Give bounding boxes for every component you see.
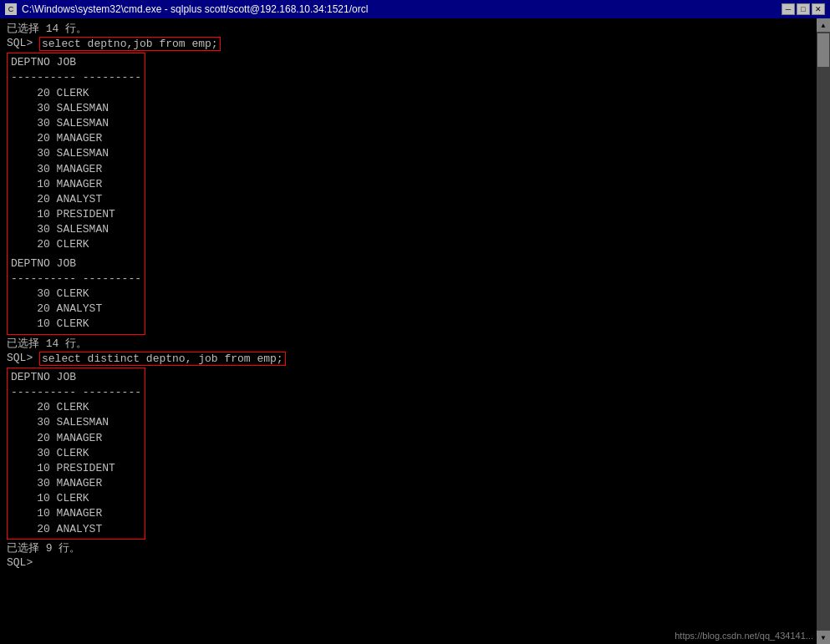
minimize-button[interactable]: ─ xyxy=(782,3,795,15)
scrollbar-thumb[interactable] xyxy=(817,33,829,67)
table-row: 20 MANAGER xyxy=(11,431,141,446)
title-bar-left: C C:\Windows\system32\cmd.exe - sqlplus … xyxy=(5,3,368,15)
title-bar: C C:\Windows\system32\cmd.exe - sqlplus … xyxy=(0,0,830,18)
table-row: 30 SALESMAN xyxy=(11,415,141,430)
table-row: 30 CLERK xyxy=(11,287,141,302)
table-row: 10 MANAGER xyxy=(11,506,141,521)
table-row: 30 SALESMAN xyxy=(11,146,141,161)
result1-header: DEPTNO JOB xyxy=(11,55,141,70)
window: C C:\Windows\system32\cmd.exe - sqlplus … xyxy=(0,0,830,644)
table-row: 10 MANAGER xyxy=(11,177,141,192)
console-area: 已选择 14 行。 SQL> select deptno,job from em… xyxy=(0,18,830,644)
result1-rows2: 30 CLERK 20 ANALYST 10 CLERK xyxy=(11,287,141,332)
cmd-icon: C xyxy=(5,3,17,15)
restore-button[interactable]: □ xyxy=(797,3,810,15)
window-controls: ─ □ ✕ xyxy=(782,3,825,15)
table-row: 30 CLERK xyxy=(11,446,141,461)
table-row: 10 PRESIDENT xyxy=(11,461,141,476)
scroll-up-button[interactable]: ▲ xyxy=(817,18,830,32)
command-1: select deptno,job from emp; xyxy=(39,37,221,51)
selected-rows-1: 已选择 14 行。 xyxy=(7,22,823,37)
result2-rows: 20 CLERK 30 SALESMAN 20 MANAGER 30 CLERK… xyxy=(11,400,141,537)
scrollbar[interactable]: ▲ ▼ xyxy=(817,18,830,644)
table-row: 20 ANALYST xyxy=(11,522,141,537)
prompt-line-2: SQL> select distinct deptno, job from em… xyxy=(7,352,823,366)
result-box-1: DEPTNO JOB ---------- --------- 20 CLERK… xyxy=(7,53,145,334)
result1-header2: DEPTNO JOB xyxy=(11,256,141,271)
result-box-2: DEPTNO JOB ---------- --------- 20 CLERK… xyxy=(7,368,145,540)
command-2: select distinct deptno, job from emp; xyxy=(39,352,286,366)
window-title: C:\Windows\system32\cmd.exe - sqlplus sc… xyxy=(22,3,368,15)
watermark: https://blog.csdn.net/qq_434141... xyxy=(675,631,813,641)
selected-rows-1b: 已选择 14 行。 xyxy=(7,337,823,352)
result1-divider2: ---------- --------- xyxy=(11,271,141,287)
table-row: 20 CLERK xyxy=(11,237,141,252)
result1-divider: ---------- --------- xyxy=(11,70,141,85)
close-button[interactable]: ✕ xyxy=(812,3,825,15)
table-row: 30 SALESMAN xyxy=(11,116,141,131)
table-row: 20 CLERK xyxy=(11,400,141,415)
table-row: 10 PRESIDENT xyxy=(11,207,141,222)
table-row: 20 ANALYST xyxy=(11,302,141,317)
result2-header: DEPTNO JOB xyxy=(11,370,141,385)
prompt-line-3: SQL> xyxy=(7,556,823,569)
result1-rows: 20 CLERK 30 SALESMAN 30 SALESMAN 20 MANA… xyxy=(11,86,141,253)
table-row: 30 MANAGER xyxy=(11,476,141,491)
table-row: 10 CLERK xyxy=(11,491,141,506)
table-row: 20 ANALYST xyxy=(11,192,141,207)
scroll-down-button[interactable]: ▼ xyxy=(817,631,830,644)
prompt-3: SQL> xyxy=(7,556,39,569)
table-row: 10 CLERK xyxy=(11,317,141,332)
table-row: 30 SALESMAN xyxy=(11,101,141,116)
prompt-2: SQL> xyxy=(7,352,39,364)
table-row: 30 MANAGER xyxy=(11,162,141,177)
prompt-1: SQL> xyxy=(7,37,39,49)
prompt-line-1: SQL> select deptno,job from emp; xyxy=(7,37,823,51)
table-row: 20 MANAGER xyxy=(11,131,141,146)
result2-divider: ---------- --------- xyxy=(11,385,141,400)
table-row: 30 SALESMAN xyxy=(11,222,141,237)
selected-rows-2: 已选择 9 行。 xyxy=(7,541,823,556)
table-row: 20 CLERK xyxy=(11,86,141,101)
